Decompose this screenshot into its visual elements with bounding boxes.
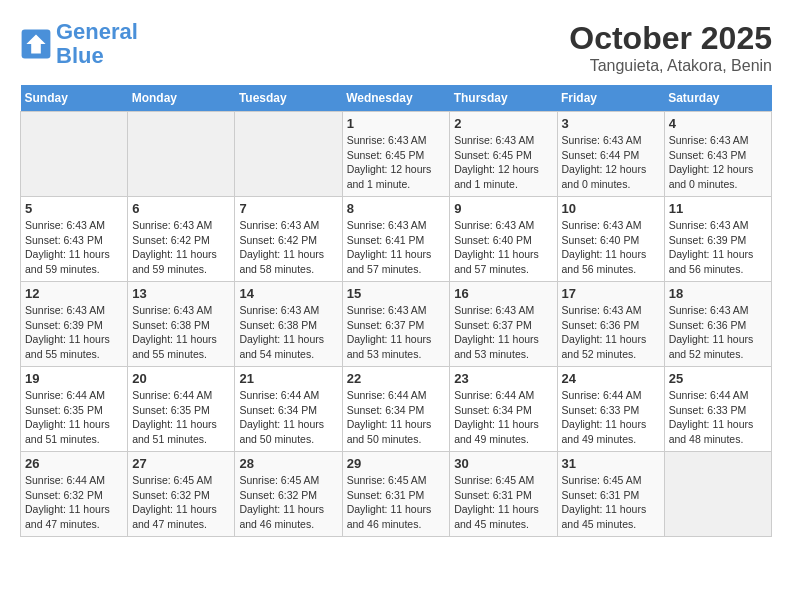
day-number: 24 xyxy=(562,371,660,386)
day-number: 16 xyxy=(454,286,552,301)
day-cell: 10Sunrise: 6:43 AM Sunset: 6:40 PM Dayli… xyxy=(557,197,664,282)
day-number: 11 xyxy=(669,201,767,216)
day-info: Sunrise: 6:43 AM Sunset: 6:41 PM Dayligh… xyxy=(347,218,446,277)
day-number: 2 xyxy=(454,116,552,131)
day-number: 15 xyxy=(347,286,446,301)
calendar-header: SundayMondayTuesdayWednesdayThursdayFrid… xyxy=(21,85,772,112)
week-row-4: 19Sunrise: 6:44 AM Sunset: 6:35 PM Dayli… xyxy=(21,367,772,452)
header-cell-thursday: Thursday xyxy=(450,85,557,112)
day-number: 7 xyxy=(239,201,337,216)
day-cell xyxy=(664,452,771,537)
day-info: Sunrise: 6:43 AM Sunset: 6:36 PM Dayligh… xyxy=(562,303,660,362)
day-cell: 19Sunrise: 6:44 AM Sunset: 6:35 PM Dayli… xyxy=(21,367,128,452)
day-info: Sunrise: 6:43 AM Sunset: 6:38 PM Dayligh… xyxy=(132,303,230,362)
day-cell: 12Sunrise: 6:43 AM Sunset: 6:39 PM Dayli… xyxy=(21,282,128,367)
day-cell: 1Sunrise: 6:43 AM Sunset: 6:45 PM Daylig… xyxy=(342,112,450,197)
day-info: Sunrise: 6:43 AM Sunset: 6:42 PM Dayligh… xyxy=(239,218,337,277)
day-info: Sunrise: 6:44 AM Sunset: 6:33 PM Dayligh… xyxy=(562,388,660,447)
day-info: Sunrise: 6:43 AM Sunset: 6:37 PM Dayligh… xyxy=(454,303,552,362)
page-header: General Blue October 2025 Tanguieta, Ata… xyxy=(20,20,772,75)
day-cell: 18Sunrise: 6:43 AM Sunset: 6:36 PM Dayli… xyxy=(664,282,771,367)
day-info: Sunrise: 6:45 AM Sunset: 6:31 PM Dayligh… xyxy=(454,473,552,532)
day-info: Sunrise: 6:43 AM Sunset: 6:39 PM Dayligh… xyxy=(669,218,767,277)
day-cell xyxy=(21,112,128,197)
day-cell xyxy=(128,112,235,197)
day-info: Sunrise: 6:44 AM Sunset: 6:35 PM Dayligh… xyxy=(25,388,123,447)
day-info: Sunrise: 6:44 AM Sunset: 6:34 PM Dayligh… xyxy=(239,388,337,447)
day-info: Sunrise: 6:44 AM Sunset: 6:34 PM Dayligh… xyxy=(454,388,552,447)
day-cell: 9Sunrise: 6:43 AM Sunset: 6:40 PM Daylig… xyxy=(450,197,557,282)
day-cell: 17Sunrise: 6:43 AM Sunset: 6:36 PM Dayli… xyxy=(557,282,664,367)
day-number: 8 xyxy=(347,201,446,216)
day-cell: 7Sunrise: 6:43 AM Sunset: 6:42 PM Daylig… xyxy=(235,197,342,282)
day-number: 27 xyxy=(132,456,230,471)
calendar-title: October 2025 xyxy=(569,20,772,57)
logo-line2: Blue xyxy=(56,43,104,68)
calendar-body: 1Sunrise: 6:43 AM Sunset: 6:45 PM Daylig… xyxy=(21,112,772,537)
day-info: Sunrise: 6:44 AM Sunset: 6:35 PM Dayligh… xyxy=(132,388,230,447)
logo-line1: General xyxy=(56,19,138,44)
day-cell: 2Sunrise: 6:43 AM Sunset: 6:45 PM Daylig… xyxy=(450,112,557,197)
day-number: 4 xyxy=(669,116,767,131)
day-number: 14 xyxy=(239,286,337,301)
day-info: Sunrise: 6:43 AM Sunset: 6:42 PM Dayligh… xyxy=(132,218,230,277)
day-cell: 8Sunrise: 6:43 AM Sunset: 6:41 PM Daylig… xyxy=(342,197,450,282)
day-info: Sunrise: 6:45 AM Sunset: 6:31 PM Dayligh… xyxy=(347,473,446,532)
day-number: 19 xyxy=(25,371,123,386)
day-info: Sunrise: 6:43 AM Sunset: 6:43 PM Dayligh… xyxy=(669,133,767,192)
day-info: Sunrise: 6:43 AM Sunset: 6:40 PM Dayligh… xyxy=(454,218,552,277)
day-info: Sunrise: 6:45 AM Sunset: 6:32 PM Dayligh… xyxy=(239,473,337,532)
day-info: Sunrise: 6:45 AM Sunset: 6:32 PM Dayligh… xyxy=(132,473,230,532)
header-cell-sunday: Sunday xyxy=(21,85,128,112)
day-cell: 31Sunrise: 6:45 AM Sunset: 6:31 PM Dayli… xyxy=(557,452,664,537)
day-cell: 20Sunrise: 6:44 AM Sunset: 6:35 PM Dayli… xyxy=(128,367,235,452)
day-cell: 3Sunrise: 6:43 AM Sunset: 6:44 PM Daylig… xyxy=(557,112,664,197)
header-cell-wednesday: Wednesday xyxy=(342,85,450,112)
day-number: 5 xyxy=(25,201,123,216)
day-cell: 15Sunrise: 6:43 AM Sunset: 6:37 PM Dayli… xyxy=(342,282,450,367)
day-cell: 24Sunrise: 6:44 AM Sunset: 6:33 PM Dayli… xyxy=(557,367,664,452)
day-number: 10 xyxy=(562,201,660,216)
day-info: Sunrise: 6:43 AM Sunset: 6:43 PM Dayligh… xyxy=(25,218,123,277)
header-row: SundayMondayTuesdayWednesdayThursdayFrid… xyxy=(21,85,772,112)
week-row-2: 5Sunrise: 6:43 AM Sunset: 6:43 PM Daylig… xyxy=(21,197,772,282)
day-info: Sunrise: 6:45 AM Sunset: 6:31 PM Dayligh… xyxy=(562,473,660,532)
day-cell: 25Sunrise: 6:44 AM Sunset: 6:33 PM Dayli… xyxy=(664,367,771,452)
day-number: 26 xyxy=(25,456,123,471)
day-cell: 14Sunrise: 6:43 AM Sunset: 6:38 PM Dayli… xyxy=(235,282,342,367)
header-cell-tuesday: Tuesday xyxy=(235,85,342,112)
title-block: October 2025 Tanguieta, Atakora, Benin xyxy=(569,20,772,75)
day-cell: 29Sunrise: 6:45 AM Sunset: 6:31 PM Dayli… xyxy=(342,452,450,537)
day-cell: 21Sunrise: 6:44 AM Sunset: 6:34 PM Dayli… xyxy=(235,367,342,452)
day-info: Sunrise: 6:43 AM Sunset: 6:45 PM Dayligh… xyxy=(347,133,446,192)
day-cell: 30Sunrise: 6:45 AM Sunset: 6:31 PM Dayli… xyxy=(450,452,557,537)
calendar-table: SundayMondayTuesdayWednesdayThursdayFrid… xyxy=(20,85,772,537)
day-info: Sunrise: 6:44 AM Sunset: 6:34 PM Dayligh… xyxy=(347,388,446,447)
day-number: 3 xyxy=(562,116,660,131)
day-number: 20 xyxy=(132,371,230,386)
day-number: 17 xyxy=(562,286,660,301)
day-cell: 16Sunrise: 6:43 AM Sunset: 6:37 PM Dayli… xyxy=(450,282,557,367)
header-cell-monday: Monday xyxy=(128,85,235,112)
header-cell-friday: Friday xyxy=(557,85,664,112)
day-cell: 22Sunrise: 6:44 AM Sunset: 6:34 PM Dayli… xyxy=(342,367,450,452)
day-info: Sunrise: 6:44 AM Sunset: 6:32 PM Dayligh… xyxy=(25,473,123,532)
day-info: Sunrise: 6:43 AM Sunset: 6:40 PM Dayligh… xyxy=(562,218,660,277)
day-info: Sunrise: 6:43 AM Sunset: 6:37 PM Dayligh… xyxy=(347,303,446,362)
day-number: 23 xyxy=(454,371,552,386)
day-number: 30 xyxy=(454,456,552,471)
day-info: Sunrise: 6:43 AM Sunset: 6:38 PM Dayligh… xyxy=(239,303,337,362)
day-info: Sunrise: 6:43 AM Sunset: 6:44 PM Dayligh… xyxy=(562,133,660,192)
logo: General Blue xyxy=(20,20,138,68)
day-number: 13 xyxy=(132,286,230,301)
day-cell: 11Sunrise: 6:43 AM Sunset: 6:39 PM Dayli… xyxy=(664,197,771,282)
week-row-1: 1Sunrise: 6:43 AM Sunset: 6:45 PM Daylig… xyxy=(21,112,772,197)
day-cell: 4Sunrise: 6:43 AM Sunset: 6:43 PM Daylig… xyxy=(664,112,771,197)
day-cell: 5Sunrise: 6:43 AM Sunset: 6:43 PM Daylig… xyxy=(21,197,128,282)
day-info: Sunrise: 6:44 AM Sunset: 6:33 PM Dayligh… xyxy=(669,388,767,447)
day-number: 18 xyxy=(669,286,767,301)
calendar-subtitle: Tanguieta, Atakora, Benin xyxy=(569,57,772,75)
day-number: 29 xyxy=(347,456,446,471)
day-number: 9 xyxy=(454,201,552,216)
day-info: Sunrise: 6:43 AM Sunset: 6:39 PM Dayligh… xyxy=(25,303,123,362)
